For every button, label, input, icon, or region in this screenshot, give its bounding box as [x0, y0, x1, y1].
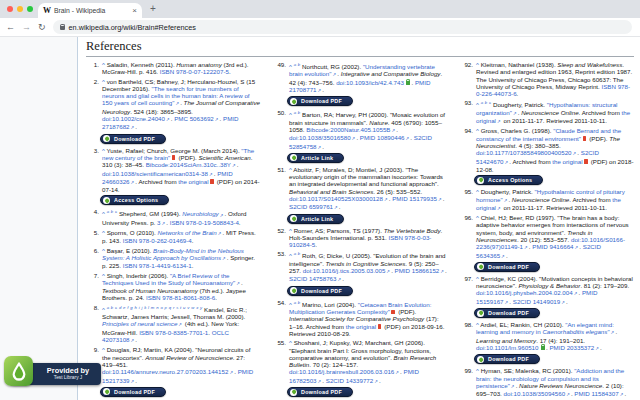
backlink-superscripts[interactable]: a b — [294, 251, 302, 256]
reference-link[interactable]: ISBN 978-0-8385-7701-1 — [139, 329, 208, 336]
library-drop-icon — [477, 263, 484, 270]
reference-number: 8. — [86, 304, 99, 345]
reference-link[interactable]: the original — [346, 323, 376, 330]
reference-link[interactable]: S2CID 6599761 — [289, 203, 333, 210]
fullscreen-window-button[interactable] — [27, 6, 33, 12]
reference-link[interactable]: doi:10.1016/j.brainresbull.2006.03.016 — [289, 368, 394, 375]
backlink-superscripts[interactable]: a b c — [107, 209, 119, 214]
reference-item: 93.^ a b c Dougherty, Patrick. "Hypothal… — [460, 99, 634, 125]
external-link-icon: ↗ — [337, 277, 341, 282]
reference-link[interactable]: PMID 10890446 — [360, 134, 405, 141]
browser-tab[interactable]: W Brain - Wikipedia × — [38, 3, 142, 18]
external-link-icon: ↗ — [374, 379, 378, 384]
download-pdf-button[interactable]: Download PDF — [287, 387, 353, 397]
reference-link[interactable]: PMID 20335372 — [549, 344, 594, 351]
download-pdf-button[interactable]: Download PDF — [474, 354, 540, 364]
reference-link[interactable]: doi:10.1038/scientificamerican0314-38 — [102, 170, 208, 177]
download-pdf-button[interactable]: Download PDF — [287, 286, 353, 296]
reference-link[interactable]: ISBN 978-0-07-122207-5 — [160, 68, 229, 75]
reference-link[interactable]: ISBN 978-1-4419-6134-1 — [123, 262, 192, 269]
reference-link[interactable]: PMID 15866152 — [395, 267, 440, 274]
access-options-button[interactable]: Access Options — [100, 195, 169, 205]
reference-text-segment: . — [315, 241, 317, 248]
reference-link[interactable]: the original — [178, 178, 208, 185]
reference-link[interactable]: doi:10.1177/107385849800400520 — [476, 149, 572, 156]
reference-link[interactable]: doi:10.1101/lm.960510 — [476, 344, 539, 351]
download-pdf-button[interactable]: Download PDF — [100, 134, 166, 144]
reference-link[interactable]: ISBN 978-0-262-01469-4 — [123, 237, 192, 244]
reference-item: 96.^ Chiel, HJ; Beer, RD (1997). "The br… — [460, 214, 634, 260]
reference-link[interactable]: S2CID 14758763 — [289, 275, 336, 282]
reference-item: 2.^ von Bartheld, CS; Bahney, J; Hercula… — [86, 78, 260, 132]
reference-link[interactable]: Principles of neural science — [102, 320, 177, 327]
reload-icon[interactable]: ↻ — [38, 23, 46, 32]
reference-text-segment: . — [135, 123, 137, 130]
article-link-button[interactable]: Article Link — [287, 153, 344, 163]
reference-text-segment: Aboitiz, F; Morales, D; Montiel, J (2003… — [289, 166, 443, 188]
address-bar[interactable]: en.wikipedia.org/wiki/Brain#References — [53, 20, 632, 34]
reference-link[interactable]: doi:10.1017/S0140525X03000128 — [289, 195, 383, 202]
backlink-superscripts[interactable]: a b — [294, 300, 302, 305]
reference-link[interactable]: Networks of the Brain — [158, 229, 217, 236]
reference-link[interactable]: doi:10.1038/35016580 — [289, 134, 351, 141]
reference-link[interactable]: PMID 15179935 — [392, 195, 437, 202]
button-label: Download PDF — [488, 356, 529, 362]
close-tab-icon[interactable]: × — [132, 7, 137, 15]
reference-link[interactable]: Caenorhabditis elegans — [542, 328, 607, 335]
access-options-button[interactable]: Access Options — [474, 175, 543, 185]
reference-link[interactable]: ISBN 978-0-19-508843-4 — [170, 219, 239, 226]
reference-link[interactable]: S2CID 14339772 — [326, 377, 373, 384]
back-icon[interactable]: ← — [6, 23, 15, 32]
external-link-icon: ↗ — [406, 136, 410, 141]
window-controls — [7, 6, 33, 12]
download-pdf-button[interactable]: Download PDF — [100, 387, 166, 397]
reference-link[interactable]: doi:10.1038/35094560 — [504, 390, 566, 397]
reference-link[interactable]: doi:10.1093/icb/42.4.743 — [336, 79, 404, 86]
article-link-button[interactable]: Article Link — [287, 214, 344, 224]
reference-link[interactable]: ISBN 978-81-8061-808-6 — [146, 294, 215, 301]
reference-link[interactable]: PMID 11584307 — [574, 390, 618, 397]
pdf-file-icon — [391, 310, 395, 315]
reference-link[interactable]: doi:10.1002/cne.24040 — [102, 115, 165, 122]
new-tab-button[interactable]: + — [150, 2, 156, 16]
reference-text-segment: . — [322, 86, 324, 93]
backlink-superscripts[interactable]: a b — [294, 62, 302, 67]
reference-link[interactable]: the original — [552, 158, 582, 165]
reference-link[interactable]: doi:10.1146/annurev.neuro.27.070203.1441… — [102, 368, 228, 375]
close-window-button[interactable] — [7, 6, 13, 12]
download-pdf-button[interactable]: Download PDF — [474, 262, 540, 272]
reference-link[interactable]: Bibcode:2014SciAm.310c..38Y — [146, 161, 231, 168]
reference-text: ^ Shoshani, J; Kupsky, WJ; Marchant, GH … — [289, 339, 447, 385]
reference-item: 52.^ Romer, AS; Parsons, TS (1977). The … — [273, 227, 447, 249]
reference-number: 93. — [460, 99, 473, 125]
reference-text-segment: . 81 (2): 179–209. — [580, 282, 629, 289]
external-link-icon: ↗ — [440, 269, 444, 274]
reference-text-segment: Kleitman, Nathaniel (1938). — [481, 61, 558, 68]
reference-link[interactable]: doi:10.1016/j.tics.2005.03.005 — [303, 267, 386, 274]
reference-text-segment: . — [192, 237, 194, 244]
backlink-superscripts[interactable]: a b c d e f g h i j k l m n o p q r s t … — [107, 305, 204, 310]
library-drop-icon — [290, 154, 297, 161]
backlink-superscripts[interactable]: a b — [294, 110, 302, 115]
reference-link[interactable]: " — [607, 328, 609, 335]
download-pdf-button[interactable]: Download PDF — [287, 96, 353, 106]
backlink-superscripts[interactable]: a b c — [481, 100, 493, 105]
forward-icon[interactable]: → — [22, 23, 31, 32]
library-logo-icon[interactable] — [4, 356, 33, 386]
download-pdf-button[interactable]: Download PDF — [474, 308, 540, 318]
reference-link[interactable]: Bibcode:2000Natur.405.1055B — [306, 126, 390, 133]
reference-number: 96. — [460, 214, 473, 260]
reference-number: 5. — [86, 229, 99, 245]
reference-link[interactable]: S2CID 14149019 — [513, 298, 560, 305]
reference-link[interactable]: doi:10.1016/j.physbeh.2004.02.004 — [476, 289, 573, 296]
reference-link[interactable]: PMC 5063692 — [174, 115, 214, 122]
reference-number: 52. — [273, 227, 286, 249]
reference-link[interactable]: 3 — [157, 219, 160, 226]
reference-link[interactable]: PMID 9416664 — [532, 243, 573, 250]
external-link-icon: ↗ — [334, 205, 338, 210]
minimize-window-button[interactable] — [17, 6, 23, 12]
reference-text-segment: . — [443, 195, 445, 202]
reference-text-segment: Neuroscience Online — [512, 196, 569, 203]
reference-text: ^ a b Barton, RA; Harvey, PH (2000). "Mo… — [289, 109, 447, 151]
reference-link[interactable]: Neurobiology — [182, 211, 218, 218]
